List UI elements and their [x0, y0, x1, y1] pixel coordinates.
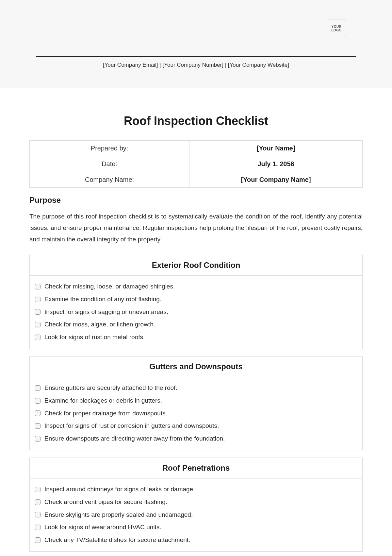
check-item-label: Inspect around chimneys for signs of lea… — [44, 485, 195, 494]
list-item: Examine the condition of any roof flashi… — [35, 293, 357, 306]
list-item: Inspect for signs of sagging or uneven a… — [35, 306, 357, 319]
list-item: Check any TV/Satellite dishes for secure… — [35, 534, 357, 547]
checkbox-icon[interactable] — [35, 537, 41, 543]
list-item: Inspect around chimneys for signs of lea… — [35, 483, 357, 496]
info-label: Date: — [30, 156, 189, 172]
check-item-label: Check for moss, algae, or lichen growth. — [44, 320, 155, 329]
table-row: Company Name: [Your Company Name] — [30, 172, 363, 188]
table-row: Date: July 1, 2058 — [30, 156, 363, 172]
list-item: Check for moss, algae, or lichen growth. — [35, 318, 357, 331]
checklist-section-exterior: Exterior Roof Condition Check for missin… — [29, 255, 363, 349]
checklist-section-penetrations: Roof Penetrations Inspect around chimney… — [29, 458, 363, 552]
info-label: Company Name: — [30, 172, 189, 188]
checkbox-icon[interactable] — [35, 487, 41, 492]
checkbox-icon[interactable] — [35, 512, 41, 517]
check-item-label: Ensure gutters are securely attached to … — [44, 384, 177, 392]
checkbox-icon[interactable] — [35, 385, 41, 391]
checklist-items: Check for missing, loose, or damaged shi… — [30, 276, 362, 349]
section-title: Roof Penetrations — [30, 458, 362, 478]
checkbox-icon[interactable] — [35, 297, 41, 302]
checkbox-icon[interactable] — [35, 335, 41, 340]
purpose-text: The purpose of this roof inspection chec… — [29, 211, 363, 245]
info-table: Prepared by: [Your Name] Date: July 1, 2… — [29, 140, 363, 188]
logo-placeholder: YOUR LOGO — [327, 20, 346, 37]
check-item-label: Check for missing, loose, or damaged shi… — [44, 282, 175, 291]
contact-number: [Your Company Number] — [162, 62, 223, 68]
contact-website: [Your Company Website] — [228, 62, 289, 68]
checkbox-icon[interactable] — [35, 436, 41, 442]
main-content: Roof Inspection Checklist Prepared by: [… — [0, 88, 392, 556]
checklist-items: Inspect around chimneys for signs of lea… — [30, 478, 362, 551]
checklist-section-gutters: Gutters and Downspouts Ensure gutters ar… — [29, 356, 363, 450]
logo-line2: LOGO — [331, 28, 341, 32]
checkbox-icon[interactable] — [35, 398, 41, 404]
checkbox-icon[interactable] — [35, 309, 41, 315]
checkbox-icon[interactable] — [35, 423, 41, 429]
info-value: [Your Company Name] — [189, 172, 363, 188]
check-item-label: Examine for blockages or debris in gutte… — [44, 396, 162, 405]
checkbox-icon[interactable] — [35, 499, 41, 505]
check-item-label: Check any TV/Satellite dishes for secure… — [44, 536, 190, 545]
checkbox-icon[interactable] — [35, 322, 41, 327]
contact-email: [Your Company Email] — [103, 62, 158, 68]
check-item-label: Ensure skylights are properly sealed and… — [44, 511, 193, 519]
purpose-heading: Purpose — [29, 196, 363, 205]
checkbox-icon[interactable] — [35, 525, 41, 530]
check-item-label: Look for signs of wear around HVAC units… — [44, 523, 161, 532]
check-item-label: Examine the condition of any roof flashi… — [44, 295, 161, 304]
list-item: Look for signs of rust on metal roofs. — [35, 331, 357, 344]
contact-sep: | — [223, 62, 228, 68]
list-item: Ensure downspouts are directing water aw… — [35, 432, 357, 445]
contact-sep: | — [158, 62, 163, 68]
checklist-items: Ensure gutters are securely attached to … — [30, 377, 362, 450]
check-item-label: Check around vent pipes for secure flash… — [44, 498, 167, 507]
logo-line1: YOUR — [332, 25, 342, 28]
list-item: Look for signs of wear around HVAC units… — [35, 521, 357, 534]
info-value: [Your Name] — [189, 141, 363, 156]
header-region: YOUR LOGO [Your Company Email] | [Your C… — [0, 0, 392, 88]
contact-line: [Your Company Email] | [Your Company Num… — [36, 57, 356, 68]
checkbox-icon[interactable] — [35, 284, 41, 289]
document-title: Roof Inspection Checklist — [29, 114, 363, 128]
checkbox-icon[interactable] — [35, 410, 41, 416]
check-item-label: Ensure downspouts are directing water aw… — [44, 434, 225, 443]
list-item: Ensure gutters are securely attached to … — [35, 382, 357, 394]
list-item: Check around vent pipes for secure flash… — [35, 496, 357, 509]
check-item-label: Check for proper drainage from downspout… — [44, 409, 167, 418]
info-label: Prepared by: — [30, 141, 189, 156]
list-item: Inspect for signs of rust or corrosion i… — [35, 420, 357, 432]
table-row: Prepared by: [Your Name] — [30, 141, 363, 156]
list-item: Check for proper drainage from downspout… — [35, 407, 357, 420]
list-item: Check for missing, loose, or damaged shi… — [35, 280, 357, 293]
section-title: Exterior Roof Condition — [30, 255, 362, 276]
check-item-label: Inspect for signs of sagging or uneven a… — [44, 308, 168, 317]
list-item: Examine for blockages or debris in gutte… — [35, 394, 357, 407]
check-item-label: Look for signs of rust on metal roofs. — [44, 333, 145, 342]
list-item: Ensure skylights are properly sealed and… — [35, 509, 357, 521]
section-title: Gutters and Downspouts — [30, 356, 362, 377]
check-item-label: Inspect for signs of rust or corrosion i… — [44, 422, 219, 430]
info-value: July 1, 2058 — [189, 156, 363, 172]
